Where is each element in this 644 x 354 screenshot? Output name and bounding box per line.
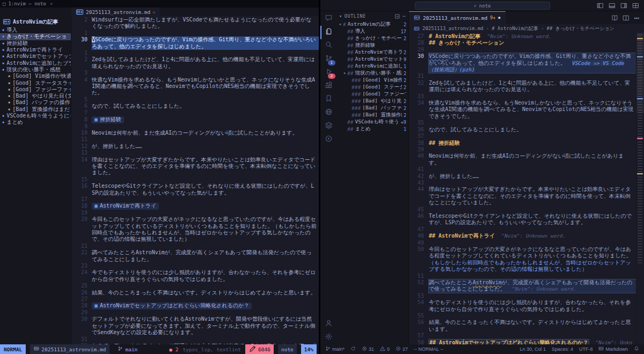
statusbar-branch[interactable]: main* (325, 346, 345, 352)
statusbar-spell-count[interactable]: 27 (396, 346, 408, 352)
outline-item[interactable]: ##まとめ1 (336, 126, 408, 132)
command-center-search[interactable]: ⌕ note (415, 2, 550, 10)
sidebar-item[interactable]: ▪挫折経験 (0, 40, 71, 47)
more-actions-icon[interactable]: ⋯ (634, 13, 639, 23)
outline-item[interactable]: ▾##現状の使い勝手・感想2 (336, 70, 408, 77)
editor-line[interactable]: 15 (71, 176, 319, 183)
nvim-editor[interactable]: 2Windsurfは一応全部満たしますが、VSCodeでも満たせるようになったの… (71, 16, 319, 344)
editor-line[interactable]: 1 (71, 50, 319, 56)
vscode-editor[interactable]: 27# AstroNvimの記事"Nvim": Unknown word.28#… (409, 33, 636, 344)
editor-line[interactable]: 4快適なVim操作を求めるなら、もうNeovimしかないかと思って、ネックになり… (71, 77, 319, 97)
editor-line[interactable]: 18▣AstroNvimで再トライ (71, 203, 319, 209)
editor-line[interactable]: 39 (409, 146, 636, 153)
editor-line[interactable]: 22調べてみたところAstroNvimが、完成度が高くシェアもあって開発も活発だ… (71, 249, 319, 263)
outline-item[interactable]: ###[Good] Vim操作が…2 (336, 77, 408, 84)
dirty-indicator-icon[interactable]: ● (498, 16, 500, 20)
terminal-tab-close-icon[interactable]: × (50, 1, 53, 6)
chevron-down-icon[interactable]: ▾ (339, 13, 342, 19)
breadcrumb-item[interactable]: 20251113_astronvim.md (422, 26, 484, 31)
editor-line[interactable]: 56結果、今のところまったく不満はないです。ディストリからはじめてよかったと思い… (409, 319, 636, 333)
editor-line[interactable]: 55 (409, 313, 636, 319)
editor-line[interactable]: 28▣AstroNvimでセットアップはどれぐらい簡略化されるのか？ (71, 303, 319, 309)
sidebar-item[interactable]: ▪AstroNvimに追加したプラ› (0, 60, 71, 66)
editor-line[interactable]: 1 (71, 30, 319, 36)
editor-line[interactable]: 54今でもディストリを使うのには少し抵抗がありますが、合わなかったら、それを参考… (409, 299, 636, 313)
editor-line[interactable]: 51 (409, 273, 636, 279)
outline-item[interactable]: ##導入17 (336, 28, 408, 35)
sidebar-item[interactable]: ▪導入 (0, 27, 71, 33)
outline-item[interactable]: ▾#AstroNvimの記事2 (336, 21, 408, 28)
editor-line[interactable]: 33 (409, 93, 636, 100)
sidebar-item[interactable]: ▪[Good] Vim操作が快適 (0, 73, 71, 79)
editor-line[interactable]: 48## AstroNvimで再トライ"Nvim": Unknown word. (409, 233, 636, 239)
editor-line[interactable]: 49 (409, 240, 636, 246)
editor-line[interactable]: 17 (71, 196, 319, 203)
nvim-buffer-close-icon[interactable]: × (152, 9, 156, 15)
outline-item[interactable]: ##AstroNvimでセットア…9 (336, 56, 408, 63)
editor-line[interactable]: 28## きっかけ・モチベーション (409, 40, 636, 46)
editor-tab[interactable]: 20251113_astronvim.md 9+ ● (409, 11, 506, 24)
editor-line[interactable]: 45 (409, 206, 636, 213)
sidebar-item[interactable]: ▪VSCodeも時々使うように› (0, 113, 71, 119)
editor-line[interactable]: 27# AstroNvimの記事"Nvim": Unknown word. (409, 33, 636, 40)
sidebar-item[interactable]: ▪[Good] ファジーファイ› (0, 86, 71, 93)
editor-line[interactable]: 31 (71, 336, 319, 343)
editor-line[interactable]: 16TelescopeやGitクライアントなど設定して、それなりに使える状態には… (71, 183, 319, 196)
editor-line[interactable]: 9 (71, 123, 319, 130)
editor-line[interactable]: 2Zedを試してみましたけど、1と4に問題がある上に、他の機能も不足していて、実… (71, 56, 319, 70)
editor-line[interactable]: 32Zedを試してみましたけど、1と4に問題がある上に、他の機能も不足していて、… (409, 80, 636, 93)
editor-line[interactable]: 58## AstroNvimでセットアップはどれぐらい簡略化されるのか？"Nvi… (409, 340, 636, 344)
sidebar-item[interactable]: ▪[Good] ステータスライ› (0, 79, 71, 86)
editor-line[interactable]: 38## 挫折経験 (409, 140, 636, 146)
editor-line[interactable]: 44理由はセットアップが大変すぎたからです。本来やりたいことは効率良いエディタで… (409, 186, 636, 206)
split-editor-icon[interactable] (623, 14, 630, 21)
editor-line[interactable]: 42が、挫折しました…… (409, 173, 636, 180)
outline-item[interactable]: ##AstroNvimに追加した…1 (336, 63, 408, 70)
editor-line[interactable]: 24今でもディストリを使うのには少し抵抗がありますが、合わなかったら、それを参考… (71, 269, 319, 283)
outline-item[interactable]: ###[Bad] 置換操作はま…2 (336, 112, 408, 119)
settings-icon[interactable] (320, 331, 336, 344)
statusbar-cursor-position[interactable]: Ln 30, Col 1 (519, 346, 546, 352)
sidebar-item[interactable]: ▪AstroNvimで再トライ (0, 47, 71, 53)
search-icon[interactable] (320, 39, 336, 53)
testing-icon[interactable] (320, 133, 336, 146)
outline-item[interactable]: ##VSCodeも時々使うよ…+9 (336, 119, 408, 126)
nvim-buffer-tab[interactable]: 20251113_astronvim.md × (71, 8, 160, 16)
bookmarks-icon[interactable] (320, 93, 336, 106)
sidebar-item[interactable]: ▪[Bad] やはり見た目(文› (0, 93, 71, 99)
editor-line[interactable]: 36なので、試してみることにしました。 (409, 127, 636, 133)
sidebar-item[interactable]: ▪まとめ (0, 119, 71, 126)
editor-line[interactable]: 7 (71, 110, 319, 116)
sidebar-item[interactable]: ▪[Bad] 置換操作はまだ› (0, 106, 71, 113)
editor-line[interactable]: 52調べてみたところAstroNvimが、完成度が高くシェアもあって開発も活発だ… (409, 279, 636, 293)
statusbar-language[interactable]: Markdown (598, 346, 628, 352)
outline-item[interactable]: ###[Good] ファジーフ… (336, 91, 408, 98)
editor-line[interactable]: 30デフォルトでそれなりに動いてくれるAstroNvimですが、開発や普段使いに… (71, 316, 319, 336)
editor-line[interactable]: 26結果、今のところまったく不満はないです。ディストリからはじめてよかったと思い… (71, 290, 319, 296)
outline-item[interactable]: ###[Bad] バッファの操…2 (336, 105, 408, 112)
editor-line[interactable]: 57 (409, 333, 636, 339)
accounts-icon[interactable] (320, 318, 336, 331)
outline-item[interactable]: ##きっかけ・モチベーシ…2 (336, 35, 408, 42)
extensions-icon[interactable] (320, 79, 336, 93)
minimap[interactable] (636, 33, 644, 344)
editor-line[interactable]: 50今回もこのセットアップの大変さがネックになるなと思っていたのですが、今はある… (409, 246, 636, 273)
notifications-bell[interactable] (634, 346, 639, 352)
editor-line[interactable]: 53 (409, 293, 636, 299)
breadcrumb-item[interactable]: # AstroNvimの記事 (492, 25, 538, 32)
remote-explorer-icon[interactable] (320, 106, 336, 120)
breadcrumb-item[interactable]: ## きっかけ・モチベーション (546, 25, 614, 32)
editor-line[interactable]: 25 (71, 283, 319, 289)
editor-line[interactable]: 3 (71, 70, 319, 76)
editor-line[interactable]: 41 (409, 166, 636, 173)
statusbar-errors[interactable]: 31 (362, 346, 374, 352)
editor-line[interactable]: 12が、挫折しました…… (71, 143, 319, 150)
editor-line[interactable]: 5 (71, 97, 319, 103)
editor-line[interactable]: 10Neovimは何年か前、まだ生成AIのコーディングがない頃に試したことがあり… (71, 130, 319, 136)
editor-line[interactable]: 20今回もこのセットアップの大変さがネックになるなと思っていたのですが、今はある… (71, 216, 319, 243)
outline-item[interactable]: ##挫折経験 (336, 42, 408, 49)
source-control-icon[interactable]: 1 (320, 53, 336, 66)
editor-line[interactable]: 30VSCodeに戻りつつあったのですが、Vimの操作感、Git周り、重さなど小… (409, 53, 636, 73)
toggle-secondary-sidebar-icon[interactable] (620, 2, 627, 9)
open-preview-icon[interactable] (611, 14, 618, 21)
